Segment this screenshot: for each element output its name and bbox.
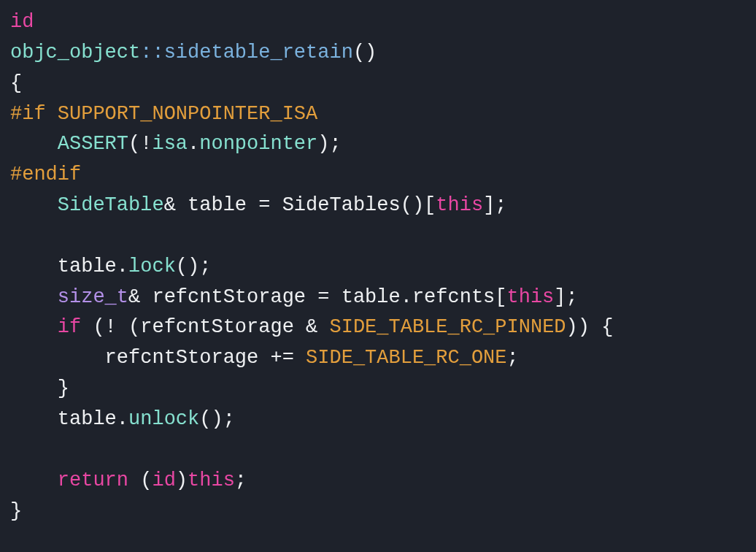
- code-token: ];: [554, 286, 577, 308]
- code-token: size_t: [58, 286, 128, 308]
- code-token: unlock: [128, 408, 199, 430]
- code-token: [10, 469, 58, 491]
- code-token: ();: [176, 256, 212, 277]
- code-token: {: [10, 72, 22, 94]
- code-line: table.lock();: [10, 256, 211, 277]
- code-token: }: [10, 377, 69, 399]
- code-token: (): [353, 42, 377, 64]
- code-token: sidetable_retain: [164, 42, 353, 64]
- code-line: #if SUPPORT_NONPOINTER_ISA: [10, 103, 317, 125]
- code-line: SideTable& table = SideTables()[this];: [10, 194, 507, 216]
- code-token: refcntStorage +=: [10, 347, 306, 369]
- code-token: [10, 316, 58, 338]
- code-line: {: [10, 72, 22, 94]
- code-token: (: [128, 469, 152, 491]
- code-line: return (id)this;: [10, 469, 247, 491]
- code-line: if (! (refcntStorage & SIDE_TABLE_RC_PIN…: [10, 316, 613, 338]
- code-token: SIDE_TABLE_RC_ONE: [306, 347, 506, 369]
- code-token: }: [10, 500, 22, 522]
- code-token: #endif: [10, 164, 81, 185]
- code-line: refcntStorage += SIDE_TABLE_RC_ONE;: [10, 347, 519, 369]
- code-line: }: [10, 377, 69, 399]
- code-token: if: [58, 316, 81, 338]
- code-token: lock: [128, 256, 176, 277]
- code-token: (! (refcntStorage &: [81, 316, 329, 338]
- code-block: id objc_object::sidetable_retain() { #if…: [0, 0, 756, 534]
- code-token: ;: [507, 347, 519, 369]
- code-token: objc_object: [10, 42, 140, 64]
- code-line: objc_object::sidetable_retain(): [10, 42, 377, 64]
- code-token: [10, 133, 58, 155]
- code-line: id: [10, 11, 34, 33]
- code-token: (!: [128, 133, 152, 155]
- code-token: SideTable: [58, 194, 164, 216]
- code-token: [10, 194, 58, 216]
- code-token: ASSERT: [58, 133, 128, 155]
- code-token: table.: [10, 408, 128, 430]
- code-token: ): [176, 469, 188, 491]
- code-token: SIDE_TABLE_RC_PINNED: [329, 316, 566, 338]
- code-token: isa: [152, 133, 188, 155]
- code-token: .: [188, 133, 199, 155]
- code-line: #endif: [10, 164, 81, 185]
- code-line: [10, 225, 58, 247]
- code-token: ;: [235, 469, 247, 491]
- code-token: )) {: [566, 316, 614, 338]
- code-token: this: [188, 469, 235, 491]
- code-token: ::: [140, 42, 163, 64]
- code-line: }: [10, 500, 22, 522]
- code-token: & table = SideTables()[: [164, 194, 436, 216]
- code-token: return: [58, 469, 128, 491]
- code-token: [10, 225, 58, 247]
- code-token: this: [507, 286, 555, 308]
- code-token: ();: [199, 408, 235, 430]
- code-token: id: [10, 11, 34, 33]
- code-token: & refcntStorage = table.refcnts[: [128, 286, 506, 308]
- code-token: #if SUPPORT_NONPOINTER_ISA: [10, 103, 317, 125]
- code-line: table.unlock();: [10, 408, 235, 430]
- code-token: [10, 286, 58, 308]
- code-token: table.: [10, 256, 128, 277]
- code-line: size_t& refcntStorage = table.refcnts[th…: [10, 286, 578, 308]
- code-token: id: [152, 469, 175, 491]
- code-token: ];: [483, 194, 506, 216]
- code-token: this: [436, 194, 483, 216]
- code-token: nonpointer: [199, 133, 317, 155]
- code-token: );: [317, 133, 341, 155]
- code-line: ASSERT(!isa.nonpointer);: [10, 133, 342, 155]
